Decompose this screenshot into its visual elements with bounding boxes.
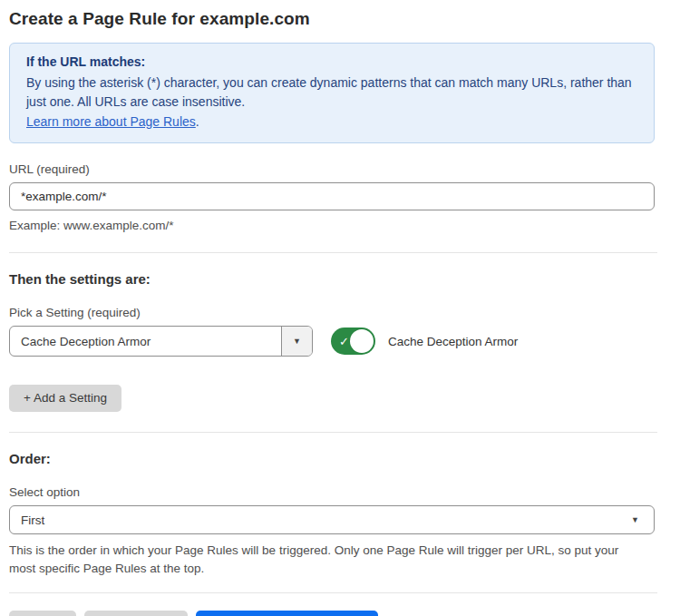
order-select-value: First [10, 513, 631, 527]
settings-section-heading: Then the settings are: [9, 271, 657, 287]
url-label: URL (required) [9, 162, 657, 176]
section-divider [9, 252, 657, 253]
info-box-heading: If the URL matches: [26, 53, 637, 73]
create-page-rule-form: Create a Page Rule for example.com If th… [9, 0, 657, 616]
url-helper-text: Example: www.example.com/* [9, 217, 648, 235]
page-title: Create a Page Rule for example.com [9, 9, 657, 29]
chevron-down-icon: ▼ [631, 515, 654, 524]
setting-row: Cache Deception Armor ▼ ✓ Cache Deceptio… [9, 326, 657, 357]
url-input[interactable] [9, 182, 655, 210]
order-select-label: Select option [9, 485, 657, 499]
toggle-knob [350, 329, 374, 353]
footer-actions: Cancel Save as Draft Save and Deploy Pag… [9, 611, 657, 616]
chevron-down-icon[interactable]: ▼ [281, 327, 312, 356]
save-as-draft-button[interactable]: Save as Draft [84, 611, 188, 616]
setting-toggle[interactable]: ✓ [331, 328, 375, 355]
learn-more-link[interactable]: Learn more about Page Rules [26, 114, 196, 129]
setting-select[interactable]: Cache Deception Armor ▼ [9, 326, 313, 357]
order-helper-text: This is the order in which your Page Rul… [9, 542, 648, 578]
link-suffix-text: . [196, 114, 199, 129]
footer-divider [9, 592, 657, 593]
info-box-link-line: Learn more about Page Rules. [26, 112, 637, 132]
setting-select-value: Cache Deception Armor [10, 335, 281, 348]
section-divider [9, 432, 657, 433]
cancel-button[interactable]: Cancel [9, 611, 76, 616]
check-icon: ✓ [339, 336, 349, 347]
add-setting-button[interactable]: + Add a Setting [9, 385, 121, 412]
info-box-body: By using the asterisk (*) character, you… [26, 73, 637, 112]
order-section-heading: Order: [9, 451, 657, 466]
dropdown-arrow-glyph: ▼ [293, 337, 301, 346]
save-and-deploy-button[interactable]: Save and Deploy Page Rule [196, 611, 379, 616]
order-select[interactable]: First ▼ [9, 505, 655, 534]
url-match-info-box: If the URL matches: By using the asteris… [9, 43, 655, 143]
pick-setting-label: Pick a Setting (required) [9, 306, 657, 319]
setting-toggle-label: Cache Deception Armor [388, 335, 518, 348]
